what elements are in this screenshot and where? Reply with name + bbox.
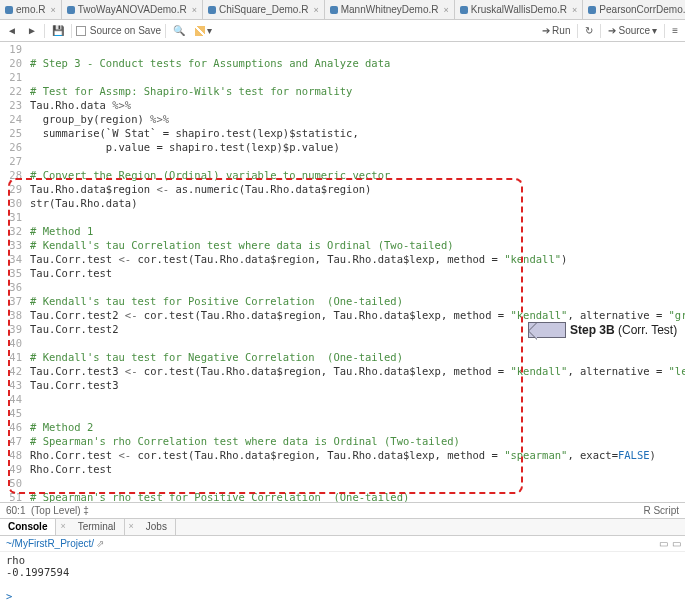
clear-console-icon[interactable]: ▭ — [659, 538, 668, 549]
code-editor[interactable]: 19 20 21 22 23 24 25 26 27 28 29 30 31 3… — [0, 42, 685, 502]
close-panel-tab-icon[interactable]: × — [56, 519, 69, 535]
r-file-icon — [330, 6, 338, 14]
language-indicator[interactable]: R Script — [643, 505, 679, 516]
panel-tab-terminal[interactable]: Terminal — [70, 519, 125, 535]
file-tab[interactable]: ChiSquare_Demo.R× — [203, 0, 325, 19]
close-panel-tab-icon[interactable]: × — [125, 519, 138, 535]
r-file-icon — [5, 6, 13, 14]
save-button[interactable]: 💾 — [49, 25, 67, 36]
file-tab[interactable]: KruskalWallisDemo.R× — [455, 0, 584, 19]
forward-button[interactable]: ► — [24, 25, 40, 36]
source-on-save-checkbox[interactable] — [76, 26, 86, 36]
file-tab[interactable]: emo.R× — [0, 0, 62, 19]
step-callout: Step 3B (Corr. Test) — [528, 322, 677, 338]
r-file-icon — [588, 6, 596, 14]
r-file-icon — [460, 6, 468, 14]
console-header: ~/MyFirstR_Project/⇗ — [0, 536, 685, 552]
close-tab-icon[interactable]: × — [443, 5, 448, 15]
r-file-icon — [208, 6, 216, 14]
run-button[interactable]: ➔ Run — [539, 25, 573, 36]
minimize-panel-icon[interactable]: ▭ — [672, 538, 681, 549]
close-tab-icon[interactable]: × — [313, 5, 318, 15]
panel-tab-bar: Console×Terminal×Jobs — [0, 518, 685, 536]
file-tab[interactable]: TwoWayANOVADemo.R× — [62, 0, 203, 19]
file-tab[interactable]: PearsonCorrDemo.R× — [583, 0, 685, 19]
file-tab-bar: emo.R×TwoWayANOVADemo.R×ChiSquare_Demo.R… — [0, 0, 685, 20]
line-gutter: 19 20 21 22 23 24 25 26 27 28 29 30 31 3… — [0, 42, 28, 502]
back-button[interactable]: ◄ — [4, 25, 20, 36]
source-button[interactable]: ➔ Source ▾ — [605, 25, 660, 36]
scope-indicator[interactable]: (Top Level) — [31, 505, 80, 516]
close-tab-icon[interactable]: × — [572, 5, 577, 15]
editor-status-bar: 60:1 (Top Level) ‡ R Script — [0, 502, 685, 518]
panel-tab-jobs[interactable]: Jobs — [138, 519, 176, 535]
project-path: ~/MyFirstR_Project/ — [6, 538, 94, 549]
close-tab-icon[interactable]: × — [50, 5, 55, 15]
console-output[interactable]: rho-0.1997594> — [0, 552, 685, 600]
code-area[interactable]: # Step 3 - Conduct tests for Assumptions… — [30, 42, 685, 502]
cursor-position: 60:1 — [6, 505, 25, 516]
source-on-save-label: Source on Save — [90, 25, 161, 36]
panel-tab-console[interactable]: Console — [0, 519, 56, 535]
rerun-button[interactable]: ↻ — [582, 25, 596, 36]
outline-button[interactable]: ≡ — [669, 25, 681, 36]
editor-toolbar: ◄ ► 💾 Source on Save 🔍 ▾ ➔ Run ↻ ➔ Sourc… — [0, 20, 685, 42]
r-file-icon — [67, 6, 75, 14]
path-link-icon[interactable]: ⇗ — [96, 538, 104, 549]
find-button[interactable]: 🔍 — [170, 25, 188, 36]
arrow-left-icon — [528, 322, 566, 338]
wand-button[interactable]: ▾ — [192, 25, 215, 36]
close-tab-icon[interactable]: × — [192, 5, 197, 15]
file-tab[interactable]: MannWhitneyDemo.R× — [325, 0, 455, 19]
